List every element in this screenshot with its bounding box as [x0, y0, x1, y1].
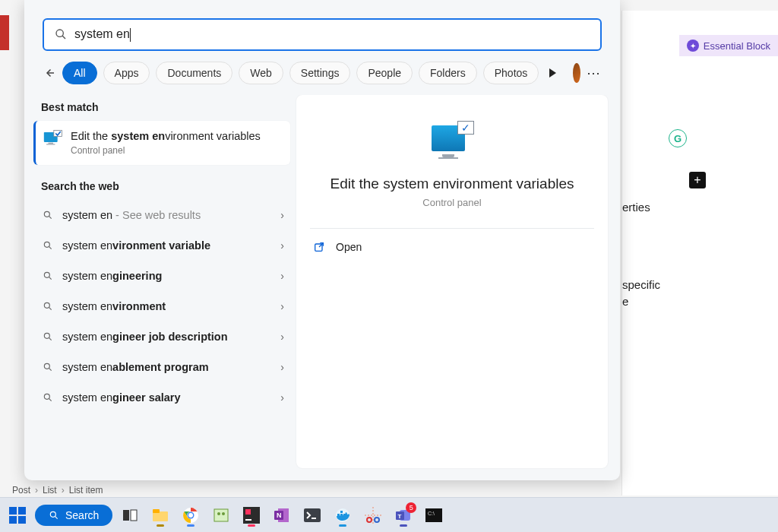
chevron-right-icon: ›: [280, 361, 284, 373]
svg-rect-25: [131, 510, 137, 521]
search-web-heading: Search the web: [33, 174, 293, 200]
chevron-right-icon: ›: [280, 300, 284, 312]
crumb-post[interactable]: Post: [12, 485, 30, 496]
taskbar-chrome[interactable]: [178, 502, 204, 528]
web-result-text: system engineer job description: [62, 331, 271, 343]
taskbar: Search N T 5 C:\: [0, 497, 778, 532]
bg-text-1: erties: [622, 201, 650, 214]
filter-documents[interactable]: Documents: [156, 62, 232, 84]
chevron-right-icon: ›: [280, 331, 284, 343]
search-icon: [43, 331, 53, 342]
svg-point-50: [375, 518, 379, 522]
web-result-3[interactable]: system environment ›: [33, 291, 293, 321]
taskbar-snip[interactable]: [360, 502, 386, 528]
web-result-5[interactable]: system enablement program ›: [33, 352, 293, 382]
web-result-1[interactable]: system environment variable ›: [33, 230, 293, 261]
filter-folders[interactable]: Folders: [419, 62, 477, 84]
taskbar-intellij[interactable]: [239, 502, 264, 528]
filter-people[interactable]: People: [356, 62, 413, 84]
chevron-right-icon: ›: [280, 270, 284, 282]
taskbar-teams[interactable]: T 5: [391, 502, 416, 528]
taskbar-onenote[interactable]: N: [269, 502, 295, 528]
bg-text-3: e: [622, 295, 628, 308]
preview-app-icon: ✓: [430, 121, 474, 157]
taskbar-docker[interactable]: [330, 502, 356, 528]
breadcrumb: Post› List› List item: [12, 485, 103, 496]
chevron-right-icon: ›: [280, 239, 284, 252]
crumb-list-item[interactable]: List item: [69, 485, 103, 496]
filter-photos[interactable]: Photos: [483, 62, 539, 84]
taskbar-taskview[interactable]: [117, 502, 143, 528]
background-app: ✦ Essential Block G + erties specific e: [621, 11, 778, 496]
more-filters-button[interactable]: [549, 68, 556, 78]
best-match-subtitle: Control panel: [71, 145, 261, 156]
svg-line-14: [49, 307, 52, 310]
svg-line-23: [55, 516, 58, 519]
web-result-text: system environment: [62, 300, 271, 312]
svg-rect-36: [245, 519, 251, 521]
preview-subtitle: Control panel: [422, 197, 481, 208]
start-search-panel: system en All Apps Documents Web Setting…: [24, 0, 620, 480]
svg-text:C:\: C:\: [428, 511, 435, 516]
search-icon: [43, 271, 53, 281]
taskbar-cmd[interactable]: C:\: [421, 502, 447, 528]
svg-point-32: [217, 512, 220, 515]
web-result-2[interactable]: system engineering ›: [33, 261, 293, 291]
svg-line-12: [49, 277, 52, 280]
search-box[interactable]: system en: [43, 18, 602, 51]
grammarly-icon: G: [669, 129, 687, 147]
web-result-0[interactable]: system en - See web results ›: [33, 200, 293, 230]
filter-settings[interactable]: Settings: [289, 62, 351, 84]
web-result-text: system en - See web results: [62, 209, 271, 221]
preview-pane: ✓ Edit the system environment variables …: [296, 95, 608, 468]
filter-web[interactable]: Web: [239, 62, 283, 84]
svg-text:N: N: [277, 511, 282, 519]
web-result-text: system engineer salary: [62, 391, 271, 404]
search-icon: [43, 392, 53, 403]
filter-apps[interactable]: Apps: [103, 62, 150, 84]
search-query-text: system en: [74, 27, 130, 40]
taskbar-terminal[interactable]: [299, 502, 325, 528]
search-icon: [43, 362, 53, 372]
web-result-4[interactable]: system engineer job description ›: [33, 321, 293, 352]
svg-rect-4: [49, 142, 54, 144]
open-label: Open: [336, 241, 362, 253]
text-cursor: [130, 28, 131, 42]
results-column: Best match Edit the system environment v…: [33, 95, 293, 471]
svg-point-49: [367, 518, 372, 522]
search-icon: [55, 28, 67, 40]
open-external-icon: [313, 241, 325, 253]
overflow-menu-button[interactable]: ⋯: [587, 65, 602, 81]
crumb-list[interactable]: List: [43, 485, 57, 496]
back-button[interactable]: [43, 62, 56, 84]
web-result-6[interactable]: system engineer salary ›: [33, 382, 293, 413]
monitor-settings-icon: [43, 130, 63, 147]
arrow-left-icon: [43, 66, 56, 80]
taskbar-search-button[interactable]: Search: [35, 505, 112, 526]
start-button[interactable]: [5, 502, 30, 528]
svg-text:T: T: [398, 512, 402, 519]
svg-line-1: [62, 36, 65, 39]
add-block-button[interactable]: +: [689, 172, 706, 188]
svg-point-0: [56, 30, 63, 36]
essential-block-pill[interactable]: ✦ Essential Block: [679, 35, 778, 56]
web-result-text: system environment variable: [62, 239, 271, 252]
svg-line-8: [49, 216, 52, 219]
best-match-heading: Best match: [33, 95, 293, 121]
search-icon: [43, 240, 53, 251]
taskbar-search-label: Search: [65, 509, 99, 521]
open-action[interactable]: Open: [310, 229, 594, 265]
filter-all[interactable]: All: [62, 62, 97, 84]
search-input[interactable]: system en: [74, 27, 590, 42]
background-red-strip: [0, 15, 9, 50]
chevron-right-icon: ›: [280, 391, 284, 404]
taskbar-explorer[interactable]: [147, 502, 173, 528]
svg-rect-27: [153, 509, 160, 513]
essential-block-label: Essential Block: [704, 40, 770, 52]
svg-rect-35: [245, 509, 251, 515]
user-avatar[interactable]: [573, 63, 580, 83]
svg-line-16: [49, 337, 52, 340]
filter-row: All Apps Documents Web Settings People F…: [24, 51, 620, 95]
taskbar-notepadpp[interactable]: [208, 502, 234, 528]
best-match-item[interactable]: Edit the system environment variables Co…: [33, 121, 290, 165]
